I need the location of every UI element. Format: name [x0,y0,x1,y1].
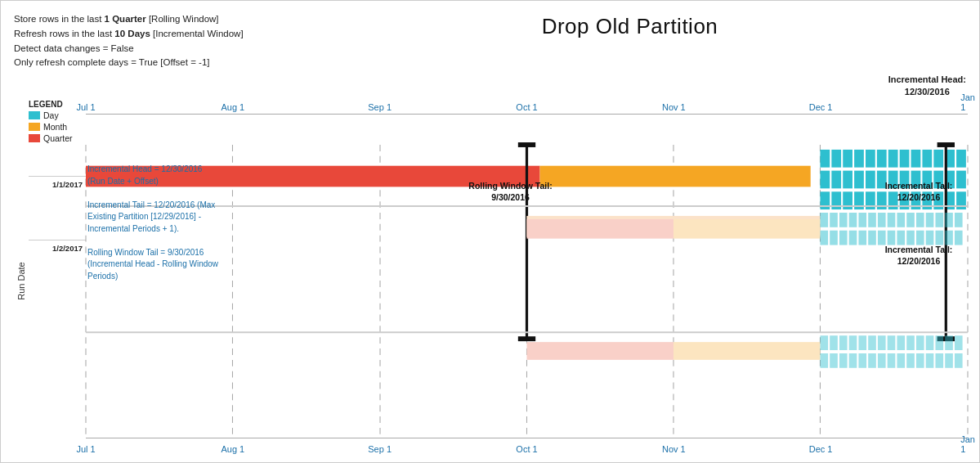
svg-rect-63 [888,213,896,227]
svg-rect-94 [868,335,876,350]
svg-rect-101 [935,335,943,350]
svg-rect-24 [866,171,875,189]
info-panel-line3: Rolling Window Tail = 9/30/2016(Incremen… [87,247,218,283]
top-row: Store rows in the last 1 Quarter [Rollin… [14,12,968,70]
bottom-aug1: Aug 1 [221,444,244,454]
svg-rect-110 [878,353,886,368]
svg-rect-60 [858,213,866,227]
info-line4: Only refresh complete days = True [Offse… [14,56,292,70]
info-line3: Detect data changes = False [14,42,292,56]
svg-rect-117 [945,353,953,368]
month-bar-top [540,166,811,187]
svg-rect-7 [820,150,830,168]
legend-color-quarter [29,134,40,142]
svg-rect-69 [945,213,953,227]
svg-rect-116 [935,353,943,368]
svg-rect-99 [916,335,924,350]
rolling-window-tail-annotation: Rolling Window Tail:9/30/2016 [468,181,552,203]
legend-item-month: Month [29,122,86,132]
y-axis-label: Run Date [14,74,29,456]
svg-rect-118 [955,353,963,368]
incremental-tail-run2-annotation: Incremental Tail:12/20/2016 [878,245,960,267]
bottom-dec1: Dec 1 [809,444,833,454]
svg-rect-61 [868,213,876,227]
svg-rect-87 [527,342,673,360]
svg-rect-89 [820,335,828,350]
svg-rect-81 [916,231,924,245]
axis-jul1: Jul 1 [76,102,95,112]
axis-oct1: Oct 1 [516,102,537,112]
svg-rect-70 [955,213,963,227]
svg-rect-78 [888,231,896,245]
legend-color-month [29,123,40,131]
main-container: Store rows in the last 1 Quarter [Rollin… [1,1,980,463]
top-bar-spacer [29,145,86,176]
axis-dec1: Dec 1 [809,102,833,112]
svg-rect-10 [854,150,864,168]
svg-rect-20 [820,171,830,189]
day-tiles-run1 [820,213,962,245]
svg-rect-8 [831,150,841,168]
svg-rect-72 [830,231,838,245]
svg-rect-56 [820,213,828,227]
incremental-tail-run1-annotation: Incremental Tail:12/20/2016 [878,181,960,203]
svg-rect-73 [839,231,848,245]
svg-rect-96 [888,335,896,350]
svg-rect-107 [849,353,857,368]
axis-jan1: Jan 1 [960,92,975,112]
svg-rect-62 [878,213,886,227]
svg-rect-67 [926,213,934,227]
svg-rect-59 [849,213,857,227]
svg-rect-88 [673,342,820,360]
chart-wrapper: Run Date Incremental Head:12/30/2016 LEG… [14,74,968,456]
svg-rect-85 [955,231,963,245]
legend-label-day: Day [43,110,59,120]
svg-rect-22 [843,171,852,189]
svg-rect-68 [935,213,943,227]
bottom-jul1: Jul 1 [76,444,95,454]
svg-rect-112 [897,353,905,368]
info-line2: Refresh rows in the last 10 Days [Increm… [14,27,292,42]
info-panel-line1: Incremental Head = 12/30/2016(Run Date +… [87,164,218,187]
svg-rect-100 [926,335,934,350]
bottom-sep1: Sep 1 [368,444,392,454]
svg-rect-84 [945,231,953,245]
info-line1: Store rows in the last 1 Quarter [Rollin… [14,12,292,27]
svg-rect-71 [820,231,828,245]
bottom-oct1: Oct 1 [516,444,537,454]
top-axis-area: LEGEND Day Month Quarter [29,97,968,145]
svg-rect-97 [897,335,905,350]
svg-rect-12 [877,150,887,168]
bottom-axis-row: Jul 1 Aug 1 Sep 1 Oct 1 Nov 1 Dec 1 Jan … [29,438,968,456]
page-title: Drop Old Partition [292,12,968,39]
svg-rect-80 [906,231,915,245]
info-block: Store rows in the last 1 Quarter [Rollin… [14,12,292,70]
axis-nov1: Nov 1 [662,102,686,112]
run-date-1-label: 1/1/2017 [29,176,86,240]
svg-rect-19 [956,150,966,168]
top-axis: Jul 1 Aug 1 Sep 1 Oct 1 Nov 1 Dec 1 Jan … [86,97,968,115]
legend-label-month: Month [43,122,67,132]
svg-rect-91 [839,335,848,350]
axis-labels: Jul 1 Aug 1 Sep 1 Oct 1 Nov 1 Dec 1 Jan … [86,97,968,115]
svg-rect-75 [858,231,866,245]
axis-aug1: Aug 1 [221,102,244,112]
chart-rows-left: 1/1/2017 1/2/2017 [29,145,86,438]
svg-rect-15 [911,150,921,168]
svg-rect-108 [858,353,866,368]
svg-rect-79 [897,231,905,245]
info-panel-line2: Incremental Tail = 12/20/2016 (MaxExisti… [87,200,218,236]
svg-rect-82 [926,231,934,245]
svg-rect-17 [933,150,943,168]
svg-rect-105 [830,353,838,368]
bottom-axis: Jul 1 Aug 1 Sep 1 Oct 1 Nov 1 Dec 1 Jan … [86,438,968,456]
svg-rect-113 [906,353,915,368]
chart-inner: Incremental Head:12/30/2016 LEGEND Day M… [29,74,968,456]
svg-rect-14 [900,150,910,168]
svg-rect-9 [843,150,852,168]
legend-label-quarter: Quarter [43,133,73,143]
svg-rect-111 [888,353,896,368]
svg-rect-74 [849,231,857,245]
svg-rect-16 [922,150,932,168]
svg-rect-55 [673,219,820,239]
